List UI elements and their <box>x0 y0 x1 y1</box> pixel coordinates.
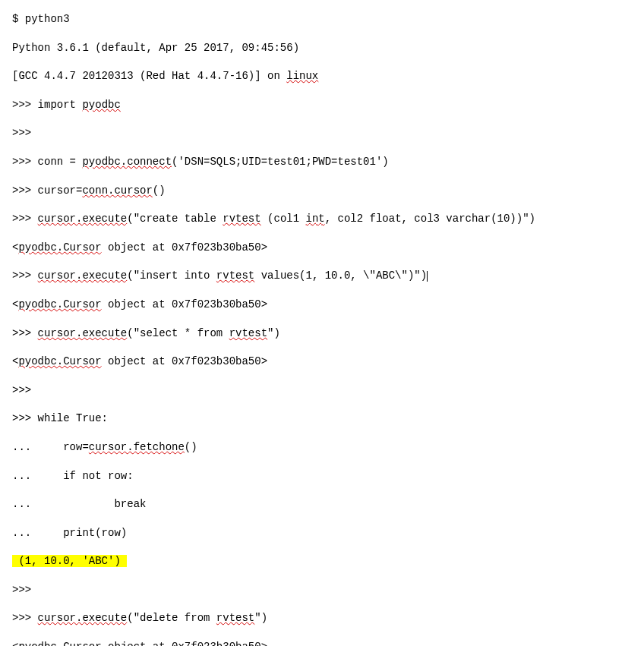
insert-line: >>> cursor.execute("insert into rvtest v… <box>12 269 632 284</box>
spellcheck-word: cursor.execute <box>38 269 128 282</box>
cursor-assign-line: >>> cursor=conn.cursor() <box>12 184 632 199</box>
repl-prompt: >>> <box>12 583 632 598</box>
cursor-object-output: <pyodbc.Cursor object at 0x7f023b30ba50> <box>12 241 632 256</box>
create-table-line: >>> cursor.execute("create table rvtest … <box>12 212 632 227</box>
spellcheck-word: conn.cursor <box>82 184 152 197</box>
highlighted-output: (1, 10.0, 'ABC') <box>12 555 127 567</box>
if-line: ... if not row: <box>12 469 632 484</box>
select-line: >>> cursor.execute("select * from rvtest… <box>12 326 632 342</box>
import-line: >>> import pyodbc <box>12 98 632 113</box>
spellcheck-word: rvtest <box>216 612 254 624</box>
spellcheck-word: cursor.execute <box>38 327 128 339</box>
spellcheck-word: cursor.execute <box>38 213 128 225</box>
delete-line: >>> cursor.execute("delete from rvtest") <box>12 611 632 626</box>
spellcheck-word: pyodbc.Cursor <box>18 641 101 646</box>
python-version-line: Python 3.6.1 (default, Apr 25 2017, 09:4… <box>12 41 632 56</box>
spellcheck-word: cursor.fetchone <box>89 441 185 453</box>
spellcheck-word: cursor.execute <box>38 612 128 624</box>
cursor-object-output: <pyodbc.Cursor object at 0x7f023b30ba50> <box>12 640 632 646</box>
cursor-object-output: <pyodbc.Cursor object at 0x7f023b30ba50> <box>12 355 632 370</box>
spellcheck-word: pyodbc.Cursor <box>18 298 101 310</box>
output-row-highlight: (1, 10.0, 'ABC') <box>12 554 632 569</box>
while-line: >>> while True: <box>12 411 632 427</box>
spellcheck-word: rvtest <box>223 213 260 225</box>
print-line: ... print(row) <box>12 526 632 541</box>
spellcheck-word: rvtest <box>229 327 267 339</box>
spellcheck-word: pyodbc <box>82 99 120 111</box>
repl-prompt: >>> <box>12 126 632 141</box>
gcc-info-line: [GCC 4.4.7 20120313 (Red Hat 4.4.7-16)] … <box>12 69 632 84</box>
spellcheck-word: pyodbc.connect <box>82 156 172 168</box>
spellcheck-word: linux <box>286 70 318 82</box>
shell-prompt-line: $ python3 <box>12 12 632 27</box>
break-line: ... break <box>12 497 632 512</box>
spellcheck-word: rvtest <box>216 269 254 282</box>
spellcheck-word: int <box>306 213 325 225</box>
repl-prompt: >>> <box>12 383 632 399</box>
cursor-object-output: <pyodbc.Cursor object at 0x7f023b30ba50> <box>12 298 632 313</box>
conn-assign-line: >>> conn = pyodbc.connect('DSN=SQLS;UID=… <box>12 155 632 170</box>
fetchone-line: ... row=cursor.fetchone() <box>12 440 632 455</box>
spellcheck-word: pyodbc.Cursor <box>18 355 101 367</box>
text-cursor <box>427 271 428 282</box>
spellcheck-word: pyodbc.Cursor <box>18 241 101 254</box>
